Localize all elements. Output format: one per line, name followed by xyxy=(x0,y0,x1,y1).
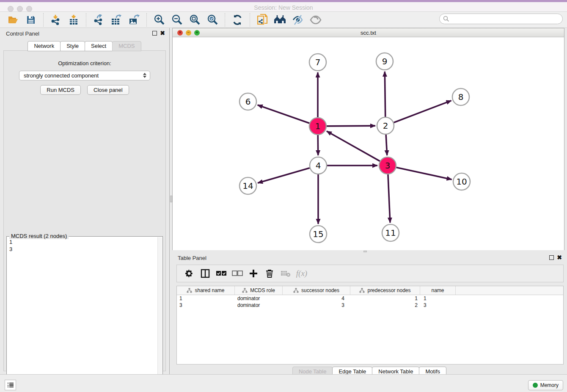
tab-network[interactable]: Network xyxy=(28,41,61,51)
zoom-selected-icon[interactable] xyxy=(205,14,220,26)
column-header-predecessor-nodes[interactable]: predecessor nodes xyxy=(350,286,420,295)
export-network-icon[interactable] xyxy=(91,14,106,26)
home-icon[interactable] xyxy=(272,14,288,26)
node-label: 14 xyxy=(242,181,253,191)
edge-3-11[interactable] xyxy=(388,174,390,223)
add-row-icon[interactable] xyxy=(247,267,260,280)
control-panel-tabs: NetworkStyleSelectMCDS xyxy=(0,41,169,51)
table-cell[interactable]: 1 xyxy=(420,295,456,302)
table-panel-title: Table Panel xyxy=(178,255,206,261)
node-label: 10 xyxy=(456,177,467,187)
table-cell[interactable]: 1 xyxy=(350,295,420,302)
hide-graphics-details-icon[interactable] xyxy=(290,14,306,26)
node-15[interactable]: 15 xyxy=(310,226,327,243)
deselect-all-icon[interactable] xyxy=(231,267,244,280)
main-toolbar xyxy=(0,12,567,28)
close-panel-icon[interactable]: ✖ xyxy=(160,30,165,36)
delete-row-icon[interactable] xyxy=(263,267,276,280)
zoom-out-icon[interactable] xyxy=(169,14,184,26)
delete-table-icon[interactable] xyxy=(279,267,292,280)
edge-4-14[interactable] xyxy=(258,168,310,183)
node-9[interactable]: 9 xyxy=(376,53,393,70)
column-header-successor-nodes[interactable]: successor nodes xyxy=(283,286,350,295)
node-1[interactable]: 1 xyxy=(309,118,326,135)
tab-style[interactable]: Style xyxy=(60,41,85,51)
import-network-icon[interactable] xyxy=(48,14,63,26)
criterion-select[interactable]: strongly connected component xyxy=(19,71,150,80)
function-builder-icon[interactable]: f(x) xyxy=(295,267,308,280)
network-window-titlebar[interactable]: × − + scc.txt xyxy=(173,28,564,37)
titlebar[interactable]: Session: New Session xyxy=(0,2,567,12)
open-file-icon[interactable] xyxy=(6,14,21,26)
close-panel-button[interactable]: Close panel xyxy=(87,85,129,95)
task-history-button[interactable] xyxy=(5,380,16,390)
show-graphics-details-icon[interactable] xyxy=(308,14,323,26)
show-columns-icon[interactable] xyxy=(199,267,212,280)
edge-2-3[interactable] xyxy=(386,135,387,155)
node-label: 4 xyxy=(316,160,321,171)
table-cell[interactable]: 3 xyxy=(283,302,350,309)
close-panel-icon[interactable]: ✖ xyxy=(557,254,562,260)
node-14[interactable]: 14 xyxy=(239,177,256,194)
run-mcds-button[interactable]: Run MCDS xyxy=(40,85,81,95)
table-row[interactable]: 3dominator323 xyxy=(177,302,563,309)
column-header-name[interactable]: name xyxy=(420,286,456,295)
table-cell[interactable]: 3 xyxy=(420,302,456,309)
node-8[interactable]: 8 xyxy=(452,88,469,105)
table-cell[interactable]: dominator xyxy=(235,302,283,309)
node-6[interactable]: 6 xyxy=(239,93,256,110)
import-table-icon[interactable] xyxy=(66,14,81,26)
table-cell[interactable]: 1 xyxy=(177,295,235,302)
tab-mcds[interactable]: MCDS xyxy=(112,41,141,51)
node-10[interactable]: 10 xyxy=(453,173,470,190)
criterion-value: strongly connected component xyxy=(24,72,99,79)
mcds-result-text[interactable]: 1 3 xyxy=(8,238,157,392)
node-3[interactable]: 3 xyxy=(379,157,396,174)
node-4[interactable]: 4 xyxy=(310,157,327,174)
hierarchy-icon xyxy=(293,288,299,293)
edge-2-9[interactable] xyxy=(385,72,385,117)
column-header-MCDS-role[interactable]: MCDS role xyxy=(235,286,283,295)
zoom-in-icon[interactable] xyxy=(151,14,167,26)
settings-icon[interactable] xyxy=(183,267,195,280)
apply-layout-icon[interactable] xyxy=(230,14,245,26)
search-input[interactable] xyxy=(439,14,563,24)
edge-3-10[interactable] xyxy=(396,167,452,179)
select-all-icon[interactable] xyxy=(215,267,228,280)
node-7[interactable]: 7 xyxy=(309,54,326,71)
table-cell[interactable]: 2 xyxy=(350,302,420,309)
table-cell[interactable]: dominator xyxy=(235,295,283,302)
table-body: 1dominator4113dominator323 xyxy=(177,295,563,309)
float-panel-icon[interactable] xyxy=(549,255,554,260)
table-row[interactable]: 1dominator411 xyxy=(177,295,563,302)
clone-network-icon[interactable] xyxy=(255,14,270,26)
toolbar-separator xyxy=(250,13,250,27)
node-label: 8 xyxy=(458,92,464,102)
node-11[interactable]: 11 xyxy=(382,224,399,241)
edge-1-6[interactable] xyxy=(258,105,310,123)
edge-2-8[interactable] xyxy=(394,101,451,123)
splitter-grip[interactable] xyxy=(363,251,367,252)
table-cell[interactable]: 4 xyxy=(283,295,350,302)
table-cell[interactable]: 3 xyxy=(177,302,235,309)
network-graph[interactable]: 7968124314101511 xyxy=(173,38,564,250)
export-table-icon[interactable] xyxy=(109,14,124,26)
zoom-fit-icon[interactable] xyxy=(187,14,202,26)
network-canvas[interactable]: 7968124314101511 xyxy=(173,38,564,250)
export-image-icon[interactable] xyxy=(127,14,142,26)
float-panel-icon[interactable] xyxy=(152,31,157,36)
column-header-shared-name[interactable]: shared name xyxy=(177,286,235,295)
table-header: shared nameMCDS rolesuccessor nodesprede… xyxy=(177,286,563,295)
node-label: 1 xyxy=(315,121,321,131)
edge-1-4[interactable] xyxy=(318,135,318,155)
node-2[interactable]: 2 xyxy=(377,117,394,134)
save-session-icon[interactable] xyxy=(23,14,39,26)
edge-3-1[interactable] xyxy=(327,131,380,161)
edge-1-2[interactable] xyxy=(327,126,375,126)
tab-select[interactable]: Select xyxy=(85,41,113,51)
vertical-splitter[interactable] xyxy=(169,28,172,374)
mcds-result-scrollbar[interactable] xyxy=(157,237,162,392)
memory-button[interactable]: Memory xyxy=(528,380,563,390)
hierarchy-icon xyxy=(242,288,248,293)
table-toolbar: f(x) xyxy=(176,265,564,282)
